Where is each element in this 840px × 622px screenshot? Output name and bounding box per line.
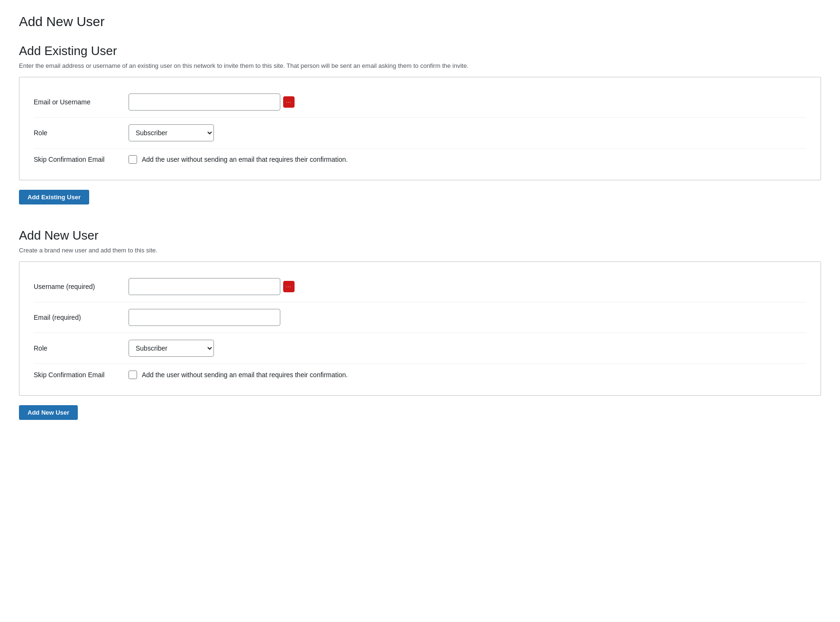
add-new-section: Add New User Create a brand new user and…	[19, 228, 821, 434]
new-skip-confirmation-row: Skip Confirmation Email Add the user wit…	[34, 364, 806, 386]
existing-skip-confirmation-wrapper: Add the user without sending an email th…	[129, 155, 348, 164]
existing-role-select-wrapper: Subscriber Contributor Author Editor Adm…	[129, 124, 214, 141]
email-username-label: Email or Username	[34, 98, 129, 106]
email-username-input-wrapper: ···	[129, 93, 280, 111]
email-row: Email (required)	[34, 302, 806, 333]
add-new-title: Add New User	[19, 228, 821, 243]
email-input[interactable]	[129, 309, 280, 326]
email-input-wrapper	[129, 309, 280, 326]
email-username-input[interactable]	[129, 93, 280, 111]
dots-label: ···	[286, 100, 291, 105]
add-new-description: Create a brand new user and add them to …	[19, 247, 821, 254]
username-label: Username (required)	[34, 283, 129, 290]
new-skip-confirmation-text: Add the user without sending an email th…	[142, 371, 348, 379]
add-new-user-button[interactable]: Add New User	[19, 405, 78, 420]
new-skip-confirmation-label: Skip Confirmation Email	[34, 371, 129, 379]
new-skip-confirmation-wrapper: Add the user without sending an email th…	[129, 371, 348, 379]
existing-skip-confirmation-row: Skip Confirmation Email Add the user wit…	[34, 149, 806, 170]
existing-role-label: Role	[34, 129, 129, 137]
existing-role-select[interactable]: Subscriber Contributor Author Editor Adm…	[129, 124, 214, 141]
username-input-wrapper: ···	[129, 278, 280, 295]
new-role-label: Role	[34, 344, 129, 352]
new-role-row: Role Subscriber Contributor Author Edito…	[34, 333, 806, 364]
email-username-dots-icon[interactable]: ···	[283, 96, 295, 108]
new-skip-confirmation-checkbox[interactable]	[129, 371, 137, 379]
add-existing-title: Add Existing User	[19, 44, 821, 58]
username-row: Username (required) ···	[34, 271, 806, 302]
existing-skip-confirmation-text: Add the user without sending an email th…	[142, 156, 348, 163]
add-new-form-card: Username (required) ··· Email (required)…	[19, 261, 821, 396]
existing-skip-confirmation-checkbox[interactable]	[129, 155, 137, 164]
existing-role-row: Role Subscriber Contributor Author Edito…	[34, 118, 806, 149]
username-input[interactable]	[129, 278, 280, 295]
email-label: Email (required)	[34, 314, 129, 321]
dots-label-2: ···	[286, 284, 291, 289]
new-role-select-wrapper: Subscriber Contributor Author Editor Adm…	[129, 340, 214, 357]
email-username-row: Email or Username ···	[34, 87, 806, 118]
add-existing-section: Add Existing User Enter the email addres…	[19, 44, 821, 219]
existing-skip-confirmation-label: Skip Confirmation Email	[34, 156, 129, 163]
page-title: Add New User	[19, 14, 821, 29]
add-existing-user-button[interactable]: Add Existing User	[19, 190, 89, 204]
username-dots-icon[interactable]: ···	[283, 281, 295, 292]
new-role-select[interactable]: Subscriber Contributor Author Editor Adm…	[129, 340, 214, 357]
add-existing-description: Enter the email address or username of a…	[19, 62, 821, 69]
add-existing-form-card: Email or Username ··· Role Subscriber Co…	[19, 77, 821, 180]
